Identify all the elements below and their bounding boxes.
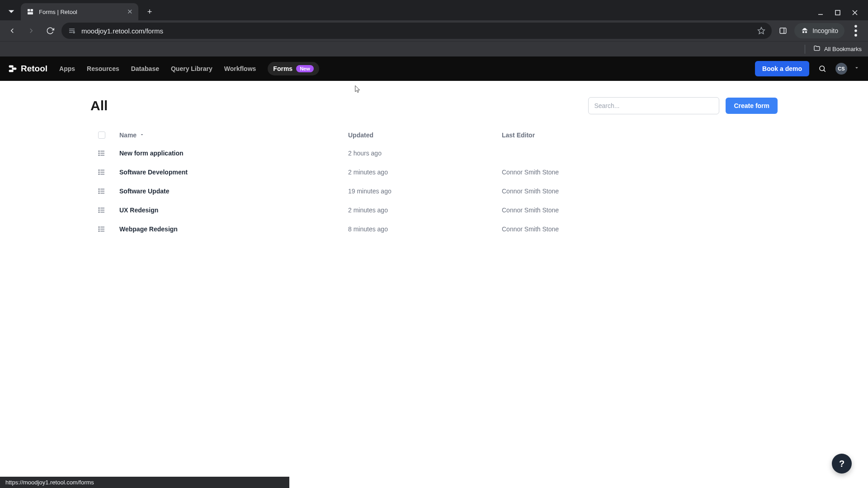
column-header-name[interactable]: Name (113, 131, 348, 139)
nav-workflows[interactable]: Workflows (224, 65, 256, 72)
status-bar: https://moodjoy1.retool.com/forms (0, 477, 289, 488)
svg-point-24 (99, 155, 99, 156)
incognito-indicator[interactable]: Incognito (794, 23, 844, 38)
nav-query-library[interactable]: Query Library (171, 65, 212, 72)
svg-rect-4 (835, 10, 840, 15)
browser-tab[interactable]: Forms | Retool ✕ (21, 3, 138, 20)
content-header: All Create form (90, 97, 778, 114)
maximize-button[interactable] (835, 9, 841, 16)
search-icon[interactable] (816, 62, 829, 75)
svg-point-11 (854, 25, 857, 28)
svg-rect-0 (28, 9, 30, 11)
svg-rect-9 (780, 28, 786, 33)
svg-rect-2 (28, 12, 33, 14)
bookmark-star-icon[interactable] (757, 27, 765, 35)
svg-point-34 (99, 189, 99, 190)
svg-line-18 (824, 70, 825, 71)
side-panel-button[interactable] (775, 23, 791, 38)
row-editor: Connor Smith Stone (502, 225, 778, 233)
svg-point-36 (99, 193, 99, 194)
bookmark-divider (805, 45, 805, 54)
svg-point-28 (99, 170, 99, 171)
close-tab-button[interactable]: ✕ (127, 8, 133, 16)
nav-forms[interactable]: Forms New (268, 62, 319, 75)
row-updated: 19 minutes ago (348, 188, 502, 195)
svg-marker-8 (758, 28, 765, 34)
table-body: New form application2 hours agoSoftware … (90, 144, 778, 239)
tab-search-button[interactable] (5, 5, 18, 18)
svg-rect-14 (9, 66, 14, 68)
user-menu-caret-icon[interactable] (854, 65, 860, 73)
svg-rect-15 (12, 68, 16, 70)
nav-database[interactable]: Database (131, 65, 159, 72)
row-editor: Connor Smith Stone (502, 169, 778, 176)
reload-button[interactable] (42, 23, 58, 38)
row-editor: Connor Smith Stone (502, 206, 778, 214)
help-button[interactable]: ? (832, 454, 852, 474)
row-name: New form application (113, 150, 348, 157)
svg-point-46 (99, 227, 99, 228)
table-row[interactable]: Software Update19 minutes agoConnor Smit… (90, 182, 778, 201)
nav-resources[interactable]: Resources (87, 65, 119, 72)
row-name: Software Development (113, 169, 348, 176)
create-form-button[interactable]: Create form (726, 98, 778, 114)
svg-point-13 (854, 34, 857, 37)
select-all-checkbox[interactable] (98, 131, 105, 139)
svg-point-17 (820, 66, 825, 71)
window-controls (817, 9, 863, 16)
form-icon (90, 225, 113, 233)
column-updated-label: Updated (348, 131, 373, 139)
svg-point-41 (99, 210, 99, 211)
form-icon (90, 187, 113, 195)
book-demo-button[interactable]: Book a demo (755, 61, 809, 76)
page-title: All (90, 98, 108, 113)
table-row[interactable]: Software Development2 minutes agoConnor … (90, 163, 778, 182)
svg-point-23 (99, 153, 99, 154)
row-updated: 2 minutes ago (348, 169, 502, 176)
row-editor: Connor Smith Stone (502, 188, 778, 195)
column-header-editor[interactable]: Last Editor (502, 131, 778, 139)
svg-point-40 (99, 208, 99, 209)
folder-icon (813, 45, 821, 53)
svg-point-42 (99, 212, 99, 213)
bookmark-bar: All Bookmarks (0, 41, 868, 56)
table-row[interactable]: UX Redesign2 minutes agoConnor Smith Sto… (90, 201, 778, 220)
table-row[interactable]: New form application2 hours ago (90, 144, 778, 163)
avatar[interactable]: CS (835, 63, 847, 75)
row-updated: 2 minutes ago (348, 206, 502, 214)
svg-rect-1 (31, 9, 33, 11)
column-header-updated[interactable]: Updated (348, 131, 502, 139)
close-window-button[interactable] (852, 9, 858, 16)
column-name-label: Name (119, 131, 137, 139)
minimize-button[interactable] (817, 9, 824, 16)
address-bar[interactable]: moodjoy1.retool.com/forms (61, 23, 772, 39)
svg-rect-16 (9, 70, 14, 72)
browser-tab-strip: Forms | Retool ✕ + (0, 0, 868, 20)
back-button[interactable] (5, 23, 20, 38)
retool-favicon-icon (26, 8, 34, 16)
row-name: UX Redesign (113, 206, 348, 214)
sort-caret-icon (139, 131, 145, 139)
row-name: Webpage Redesign (113, 225, 348, 233)
nav-apps[interactable]: Apps (59, 65, 75, 72)
all-bookmarks-link[interactable]: All Bookmarks (824, 46, 862, 52)
svg-point-30 (99, 174, 99, 175)
brand-logo[interactable]: Retool (8, 64, 47, 74)
table-row[interactable]: Webpage Redesign8 minutes agoConnor Smit… (90, 220, 778, 239)
brand-name: Retool (21, 64, 47, 74)
forward-button[interactable] (24, 23, 39, 38)
row-name: Software Update (113, 188, 348, 195)
form-icon (90, 149, 113, 157)
site-info-icon[interactable] (68, 27, 76, 35)
header-right: Book a demo CS (755, 61, 860, 76)
tab-title: Forms | Retool (39, 9, 123, 15)
row-updated: 8 minutes ago (348, 225, 502, 233)
search-input[interactable] (588, 97, 719, 114)
svg-point-35 (99, 191, 99, 192)
chrome-menu-button[interactable] (848, 23, 863, 38)
new-tab-button[interactable]: + (143, 5, 156, 19)
svg-point-7 (73, 32, 75, 33)
incognito-label: Incognito (812, 27, 838, 34)
nav-forms-label: Forms (273, 65, 292, 72)
svg-point-48 (99, 231, 99, 232)
